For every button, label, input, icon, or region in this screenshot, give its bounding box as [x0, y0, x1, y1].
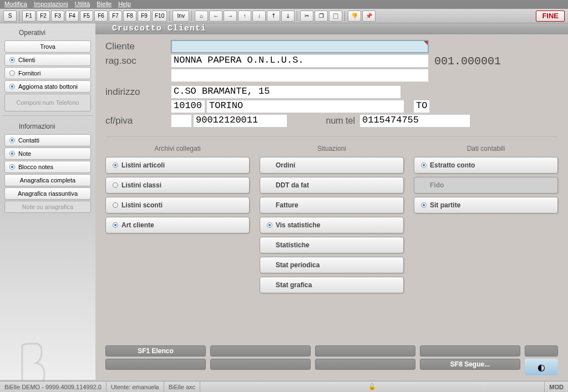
fine-button[interactable]: FINE	[536, 11, 565, 22]
sf1-button[interactable]: SF1 Elenco	[105, 345, 206, 357]
btn-listini-articoli[interactable]: Listini articoli	[105, 157, 250, 174]
sidebar-group-operativi: Operativi	[2, 26, 93, 40]
radio-on-icon	[9, 164, 15, 170]
sidebar-clienti[interactable]: Clienti	[4, 54, 91, 66]
toolbar-inv[interactable]: Inv	[173, 11, 189, 22]
arrow-left-icon[interactable]: ←	[209, 11, 222, 22]
arrow-down-icon[interactable]: ↓	[252, 11, 266, 22]
content-area: Cruscotto Clienti Cliente rag.soc NONNA …	[95, 23, 568, 380]
toolbar-f5[interactable]: F5	[80, 11, 93, 22]
sidebar-group-informazioni: Informazioni	[2, 119, 93, 134]
col-archivi: Archivi collegati Listini articoli Listi…	[105, 142, 250, 297]
input-ragsoc2[interactable]	[171, 69, 429, 82]
col-situazioni: Situazioni Ordini DDT da fat Fatture Vis…	[260, 142, 404, 297]
btn-sit-partite[interactable]: Sit partite	[414, 197, 558, 213]
status-mod[interactable]: MOD	[544, 381, 568, 392]
toolbar-s-button[interactable]: S	[3, 11, 17, 22]
radio-on-icon	[9, 57, 15, 63]
radio-on-icon	[421, 162, 427, 168]
btn-art-cliente[interactable]: Art cliente	[105, 217, 250, 233]
paste-icon[interactable]: 📋	[329, 11, 342, 22]
arrow-up-icon[interactable]: ↑	[238, 11, 251, 22]
sf8-slot[interactable]	[315, 359, 415, 370]
btn-stat-grafica[interactable]: Stat grafica	[260, 277, 404, 293]
label-ragsoc: rag.soc	[105, 55, 171, 67]
input-numtel[interactable]: 0115474755	[359, 114, 470, 128]
sf5-button[interactable]	[525, 345, 558, 357]
toolbar-f7[interactable]: F7	[109, 11, 122, 22]
sidebar-note[interactable]: Note	[4, 147, 91, 160]
toolbar: S F1 F2 F3 F4 F5 F6 F7 F8 F9 F10 Inv ⌂ ←…	[0, 9, 568, 23]
btn-estratto-conto[interactable]: Estratto conto	[414, 157, 558, 174]
sidebar-anagrafica-riassuntiva[interactable]: Anagrafica riassuntiva	[4, 187, 91, 200]
sidebar-aggiorna[interactable]: Aggiorna stato bottoni	[4, 80, 91, 93]
label-indirizzo: indirizzo	[105, 86, 171, 98]
input-cliente[interactable]	[171, 40, 429, 53]
input-citta[interactable]: TORINO	[206, 100, 404, 113]
client-form: Cliente rag.soc NONNA PAPERA O.N.L.U.S. …	[95, 34, 568, 134]
footer-buttons: SF1 Elenco SF8 Segue... ◐	[105, 345, 558, 378]
thumbs-down-icon[interactable]: 👎	[348, 11, 361, 22]
toolbar-f8[interactable]: F8	[123, 11, 136, 22]
menu-modifica[interactable]: Modifica	[4, 1, 27, 8]
menu-bar: Modifica Impostazioni Utilità Bielle Hel…	[0, 0, 568, 9]
input-provincia[interactable]: TO	[413, 100, 430, 113]
input-cf[interactable]	[171, 114, 192, 128]
lock-icon: 🔓	[364, 381, 381, 392]
input-piva[interactable]: 90012120011	[193, 114, 287, 128]
btn-fatture[interactable]: Fatture	[260, 197, 404, 213]
toolbar-f6[interactable]: F6	[94, 11, 108, 22]
toolbar-f3[interactable]: F3	[51, 11, 64, 22]
sidebar-fornitori[interactable]: Fornitori	[4, 67, 91, 79]
input-indirizzo[interactable]: C.SO BRAMANTE, 15	[171, 85, 401, 99]
menu-impostazioni[interactable]: Impostazioni	[34, 1, 68, 8]
btn-ddt[interactable]: DDT da fat	[260, 177, 404, 194]
sf4-button[interactable]	[420, 345, 520, 357]
sidebar-trova[interactable]: Trova	[4, 40, 91, 53]
sidebar-anagrafica-completa[interactable]: Anagrafica completa	[4, 174, 91, 186]
input-ragsoc[interactable]: NONNA PAPERA O.N.L.U.S.	[171, 54, 429, 68]
toolbar-f10[interactable]: F10	[152, 11, 167, 22]
radio-on-icon	[9, 151, 15, 156]
pin-icon[interactable]: 📌	[362, 11, 376, 22]
btn-stat-periodica[interactable]: Stat periodica	[260, 257, 404, 273]
sidebar-contatti[interactable]: Contatti	[4, 134, 91, 146]
menu-help[interactable]: Help	[118, 1, 131, 8]
sidebar-blocco-notes[interactable]: Blocco notes	[4, 161, 91, 173]
btn-listini-sconti[interactable]: Listini sconti	[105, 197, 250, 213]
input-cap[interactable]: 10100	[171, 100, 205, 113]
speedometer-icon[interactable]: ◐	[525, 359, 558, 375]
arrow-right-icon[interactable]: →	[224, 11, 237, 22]
sf7-button[interactable]	[210, 359, 311, 370]
sf2-button[interactable]	[210, 345, 311, 357]
toolbar-f4[interactable]: F4	[65, 11, 79, 22]
sidebar-note-anagrafica: Note su anagrafica	[4, 201, 91, 213]
page-title: Cruscotto Clienti	[95, 23, 568, 34]
menu-utilita[interactable]: Utilità	[75, 1, 90, 8]
toolbar-f2[interactable]: F2	[37, 11, 50, 22]
toolbar-f1[interactable]: F1	[22, 11, 36, 22]
btn-fido: Fido	[414, 177, 558, 194]
page-up-icon[interactable]: ⤒	[267, 11, 280, 22]
btn-statistiche[interactable]: Statistiche	[260, 237, 404, 253]
sf3-button[interactable]	[315, 345, 415, 357]
client-code: 001.000001	[434, 55, 501, 68]
radio-on-icon	[9, 138, 15, 143]
col-title-dati: Dati contabili	[414, 142, 558, 157]
sf6-button[interactable]	[105, 359, 206, 370]
col-dati-contabili: Dati contabili Estratto conto Fido Sit p…	[414, 142, 558, 297]
status-bar: BiElle DEMO - 9999.4009.114992.0 Utente:…	[0, 381, 568, 392]
btn-ordini[interactable]: Ordini	[260, 157, 404, 174]
status-version: BiElle DEMO - 9999.4009.114992.0	[0, 381, 106, 392]
cut-icon[interactable]: ✂	[300, 11, 313, 22]
page-down-icon[interactable]: ⤓	[281, 11, 295, 22]
menu-bielle[interactable]: Bielle	[97, 1, 111, 8]
btn-listini-classi[interactable]: Listini classi	[105, 177, 250, 194]
label-cliente: Cliente	[105, 41, 171, 52]
sf8-segue-button[interactable]: SF8 Segue...	[420, 359, 520, 370]
radio-on-icon	[113, 162, 118, 168]
copy-icon[interactable]: ❐	[315, 11, 328, 22]
toolbar-f9[interactable]: F9	[138, 11, 151, 22]
home-icon[interactable]: ⌂	[195, 11, 208, 22]
btn-vis-statistiche[interactable]: Vis statistiche	[260, 217, 404, 233]
